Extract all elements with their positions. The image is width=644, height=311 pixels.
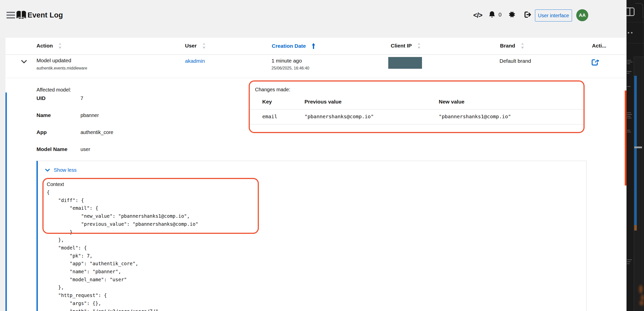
- minimap-scroll-marker[interactable]: [634, 146, 642, 148]
- sort-icon: [521, 43, 524, 49]
- event-created-relative: 1 minute ago: [272, 58, 302, 64]
- event-table: Action User Creation Date Client IP Bran…: [6, 38, 626, 311]
- ellipsis-dot: [631, 32, 632, 34]
- minimap-noise: [627, 73, 630, 74]
- api-browser-button[interactable]: </>: [473, 12, 482, 19]
- minimap-noise: [627, 262, 630, 262]
- field-value: pbanner: [80, 112, 99, 118]
- annotation-tool-strip: [626, 0, 644, 311]
- minimap-noise: [627, 112, 631, 113]
- minimap-noise: [627, 71, 632, 72]
- minimap-noise: [627, 260, 632, 260]
- gear-icon: [508, 11, 516, 18]
- field-value: authentik_core: [80, 130, 113, 135]
- sign-out-button[interactable]: [524, 11, 532, 18]
- minimap-noise: [627, 60, 631, 60]
- divider: [250, 109, 584, 110]
- changes-col-new: New value: [439, 99, 464, 105]
- notification-count: 0: [498, 12, 502, 18]
- chevron-down-icon: [45, 169, 50, 172]
- avatar[interactable]: AA: [576, 9, 588, 21]
- divider: [250, 124, 584, 124]
- minimap-dotted-edge: [642, 57, 642, 311]
- event-context-panel: Show less Context { "diff": { "email": {…: [36, 161, 586, 311]
- bell-icon: [488, 11, 496, 18]
- divider: [626, 43, 644, 44]
- sort-ascending-icon: [312, 43, 316, 49]
- event-log-icon: [16, 10, 26, 20]
- change-new-value: "pbannershanks1@comp.io": [439, 114, 511, 120]
- changes-col-key: Key: [262, 99, 272, 105]
- minimap-noise: [627, 130, 630, 130]
- minimap-smudge: [640, 300, 644, 306]
- table-header-row: Action User Creation Date Client IP Bran…: [6, 38, 626, 55]
- page-title: Event Log: [28, 11, 63, 19]
- minimap-noise: [627, 118, 632, 118]
- minimap-smudge: [639, 285, 642, 294]
- minimap-blue-bar: [634, 76, 637, 225]
- row-divider: [7, 78, 626, 78]
- sort-icon: [58, 43, 62, 49]
- minimap-noise: [627, 132, 631, 132]
- change-previous-value: "pbannershanks@comp.io": [304, 114, 374, 120]
- minimap-orange-bar: [625, 90, 626, 186]
- event-user-link[interactable]: akadmin: [185, 58, 205, 64]
- expanded-row-indicator: [6, 92, 7, 311]
- changes-col-previous: Previous value: [304, 99, 342, 105]
- field-label: UID: [36, 95, 46, 101]
- sidebar-toggle-button[interactable]: [6, 12, 15, 20]
- column-header-client-ip[interactable]: Client IP: [391, 43, 421, 49]
- column-header-creation-date[interactable]: Creation Date: [272, 43, 316, 49]
- divider: [626, 22, 644, 22]
- settings-button[interactable]: [508, 11, 516, 18]
- strip-corner-border: [635, 3, 643, 18]
- field-label: App: [36, 129, 47, 135]
- column-header-action[interactable]: Action: [36, 43, 62, 49]
- collapse-row-chevron[interactable]: [21, 60, 27, 64]
- minimap-brown-bar: [634, 225, 637, 230]
- show-less-toggle[interactable]: Show less: [45, 167, 76, 173]
- sign-out-icon: [524, 11, 532, 18]
- sort-icon: [202, 43, 206, 49]
- field-label: Name: [36, 112, 51, 118]
- context-json: { "diff": { "email": { "new_value": "pba…: [47, 188, 198, 311]
- field-label: Model Name: [36, 146, 68, 152]
- affected-model-label: Affected model:: [36, 87, 71, 93]
- changes-title: Changes made:: [255, 87, 290, 92]
- column-header-user[interactable]: User: [185, 43, 206, 49]
- column-header-brand[interactable]: Brand: [500, 43, 524, 49]
- event-action-app: authentik.events.middleware: [36, 66, 87, 70]
- event-log-page: Event Log </> 0: [0, 0, 644, 311]
- open-event-icon[interactable]: [592, 59, 600, 66]
- minimap-noise: [627, 114, 632, 115]
- user-interface-button[interactable]: User interface: [535, 10, 572, 22]
- minimap-noise: [627, 264, 630, 264]
- column-header-actions[interactable]: Acti...: [592, 43, 606, 49]
- event-created-absolute: 25/06/2025, 16:46:40: [272, 66, 309, 70]
- field-value: user: [80, 146, 90, 152]
- change-key: email: [262, 114, 277, 120]
- sort-icon: [417, 43, 421, 49]
- minimap-noise: [627, 86, 630, 87]
- minimap-noise: [627, 64, 630, 64]
- context-label: Context: [47, 182, 64, 187]
- minimap-smudge: [641, 294, 644, 301]
- client-ip-redaction-box: [388, 57, 422, 69]
- minimap-noise: [627, 62, 632, 62]
- field-value: 7: [80, 96, 83, 101]
- event-brand: Default brand: [500, 58, 531, 64]
- app-header: Event Log </> 0: [0, 0, 644, 38]
- notifications-button[interactable]: 0: [488, 11, 502, 18]
- ellipsis-dot: [628, 32, 629, 34]
- event-action: Model updated: [36, 58, 71, 64]
- minimap-noise: [627, 116, 630, 116]
- layout-columns-icon[interactable]: [626, 8, 634, 16]
